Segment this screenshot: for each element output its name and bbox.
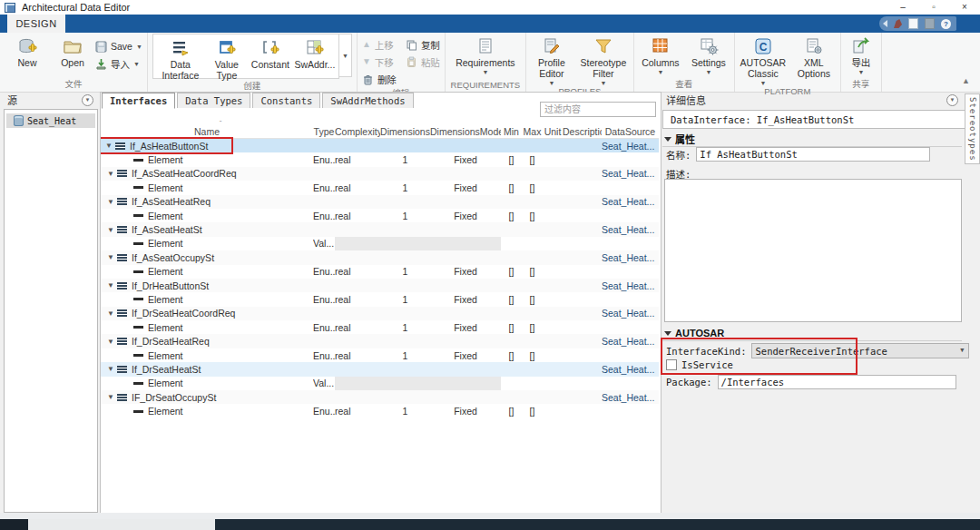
expand-chevron-icon[interactable]: ▼ [104,338,117,346]
expand-chevron-icon[interactable]: ▼ [104,393,117,401]
toolstrip-collapse-icon[interactable]: ▲ [962,76,970,85]
tree-item-seat-heat[interactable]: Seat_Heat [6,113,95,128]
description-textarea[interactable] [664,179,962,322]
table-row[interactable]: ElementEnu...real1Fixed[][] [101,348,659,362]
tab-data-types[interactable]: Data Types [177,93,250,108]
column-header-type[interactable]: Type [313,126,335,138]
minimize-button[interactable]: – [887,0,918,14]
save-dropdown-icon[interactable]: ▼ [136,44,142,50]
tab-interfaces[interactable]: Interfaces [102,93,175,109]
close-button[interactable]: × [949,0,980,14]
table-row[interactable]: ElementEnu...real1Fixed[][] [101,320,659,334]
table-row[interactable]: ▼If_DrSeatHeatStSeat_Heat... [101,362,659,376]
sidebar-collapse-button[interactable]: ▼ [82,94,93,106]
open-button[interactable]: Open [50,34,95,69]
column-header-max[interactable]: Max [522,126,543,138]
data-interface-button[interactable]: Data Interface [155,35,206,82]
table-row[interactable]: ▼If_DrSeatHeatCoordReqSeat_Heat... [101,307,659,320]
table-row[interactable]: ElementEnu...real1Fixed[][] [101,265,659,279]
copy-button[interactable]: 复制 [406,37,440,52]
sort-ascending-icon[interactable]: ˆ [202,119,239,127]
column-header-unit[interactable]: Unit [543,126,563,138]
profile-editor-button[interactable]: Profile Editor ▼ [531,34,573,86]
table-row[interactable]: ▼If_AsHeatButtonStSeat_Heat... [101,139,659,152]
requirements-dropdown-icon[interactable]: ▼ [482,69,488,75]
table-row[interactable]: ElementEnu...real1Fixed[][] [101,292,659,306]
column-header-dimensions[interactable]: Dimensions [380,126,430,138]
column-header-complexity[interactable]: Complexity [335,126,380,138]
table-row[interactable]: ▼If_DrHeatButtonStSeat_Heat... [101,279,659,292]
table-row[interactable]: ElementVal... [101,237,659,250]
expand-chevron-icon[interactable]: ▼ [104,309,117,318]
new-button[interactable]: New [5,34,50,69]
xml-options-button[interactable]: XML Options [792,34,836,80]
delete-button[interactable]: 删除 [362,72,397,86]
constant-button[interactable]: Constant [248,35,293,71]
table-row[interactable]: ▼If_AsSeatHeatReqSeat_Heat... [101,195,659,209]
swaddr-button[interactable]: SwAddr... [293,35,337,71]
table-row[interactable]: ▼If_DrSeatHeatReqSeat_Heat... [101,334,659,348]
export-button[interactable]: 导出 ▼ [846,34,877,75]
autosar-section-header[interactable]: AUTOSAR [662,326,962,341]
table-row[interactable]: ElementEnu...real1Fixed[][] [101,209,659,222]
expand-chevron-icon[interactable]: ▼ [104,365,117,373]
name-input[interactable] [696,147,930,162]
qa-tool-icon[interactable] [894,19,902,28]
column-header-description[interactable]: Description [563,126,602,138]
taskbar-app-segment[interactable] [28,519,215,530]
table-row[interactable]: ElementEnu...real1Fixed[][] [101,181,659,194]
qa-paste-icon[interactable] [925,18,935,29]
move-down-button[interactable]: ▼ 下移 [362,54,397,69]
table-row[interactable]: ▼IF_DrSeatOccupyStSeat_Heat... [101,390,659,404]
qa-copy-icon[interactable] [908,18,918,29]
expand-chevron-icon[interactable]: ▼ [104,198,117,206]
tab-design[interactable]: DESIGN [7,15,65,33]
table-row[interactable]: ▼If_AsSeatHeatCoordReqSeat_Heat... [101,167,659,181]
stereotype-filter-dropdown-icon[interactable]: ▼ [600,80,606,86]
value-type-button[interactable]: Value Type [206,35,248,82]
profile-editor-dropdown-icon[interactable]: ▼ [548,80,554,86]
save-button[interactable]: Save ▼ [95,39,142,54]
autosar-dropdown-icon[interactable]: ▼ [760,80,766,86]
table-row[interactable]: ElementEnu...real1Fixed[][] [101,404,659,417]
expand-chevron-icon[interactable]: ▼ [103,142,115,150]
create-more-dropdown[interactable]: ▼ [339,34,352,77]
package-input[interactable] [718,375,956,389]
stereotype-filter-button[interactable]: Stereotype Filter ▼ [578,34,629,86]
import-button[interactable]: 导入 ▼ [95,56,142,71]
properties-section-header[interactable]: 属性 [662,132,962,147]
paste-button[interactable]: 粘贴 [406,54,440,69]
interface-kind-dropdown[interactable]: SenderReceiverInterface ▼ [751,343,969,358]
tab-swaddrmethods[interactable]: SwAddrMethods [322,93,413,108]
expand-chevron-icon[interactable]: ▼ [104,170,117,178]
requirements-button[interactable]: Requirements ▼ [450,34,521,75]
stereotypes-side-tab[interactable]: Stereotypes [965,93,980,164]
filter-input[interactable] [540,102,656,117]
help-icon[interactable]: ? [941,19,951,29]
table-row[interactable]: ▼If_AsSeatHeatStSeat_Heat... [101,222,659,236]
tab-constants[interactable]: Constants [252,93,320,108]
column-header-min[interactable]: Min [501,126,522,138]
table-row[interactable]: ▼If_AsSeatOccupyStSeat_Heat... [101,250,659,264]
maximize-button[interactable]: ▫ [918,0,949,14]
table-row[interactable]: ElementEnu...real1Fixed[][] [101,152,659,166]
column-header-dimensionsmode[interactable]: DimensionsMode [430,126,501,138]
columns-button[interactable]: Columns ▼ [639,34,682,75]
table-row[interactable]: ElementVal... [101,377,659,390]
autosar-classic-button[interactable]: C AUTOSAR Classic ▼ [740,34,787,86]
expand-chevron-icon[interactable]: ▼ [104,253,117,261]
column-header-name[interactable]: Name [101,126,313,138]
is-service-checkbox[interactable] [666,359,677,370]
export-dropdown-icon[interactable]: ▼ [858,69,864,75]
details-collapse-button[interactable]: ▼ [946,94,958,106]
column-header-datasource[interactable]: DataSource [602,126,659,138]
settings-dropdown-icon[interactable]: ▼ [705,69,711,75]
collapse-left-icon[interactable] [883,20,887,27]
columns-dropdown-icon[interactable]: ▼ [657,69,663,75]
expand-chevron-icon[interactable]: ▼ [104,226,117,234]
move-up-button[interactable]: ▲ 上移 [362,37,397,52]
taskbar-start-segment[interactable] [0,519,28,530]
expand-chevron-icon[interactable]: ▼ [104,281,117,290]
settings-button[interactable]: Settings ▼ [688,34,730,75]
import-dropdown-icon[interactable]: ▼ [133,61,140,67]
